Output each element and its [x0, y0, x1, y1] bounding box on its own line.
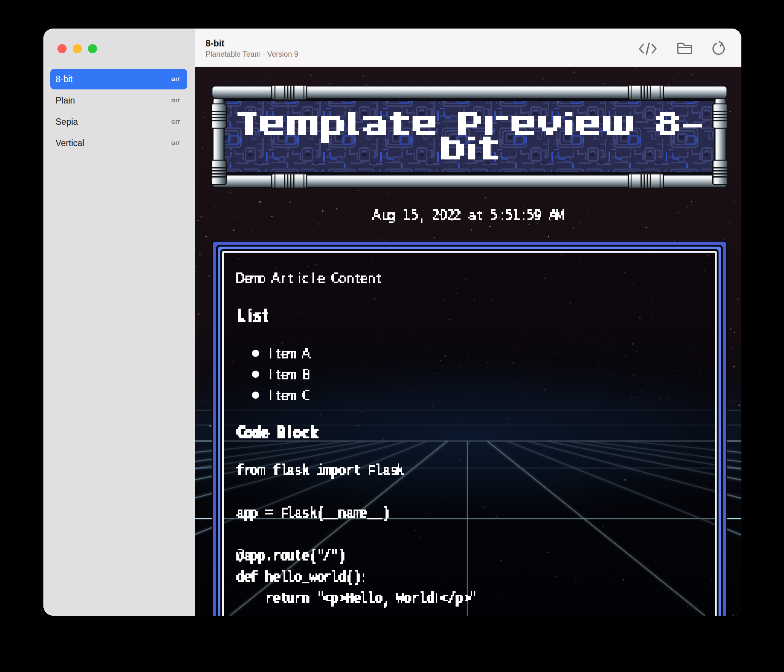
template-list: 8-bit GIT Plain GIT Sepia GIT Vertical G…: [50, 69, 187, 154]
article-line: [235, 570, 372, 585]
sidebar-item-label: Vertical: [56, 138, 84, 148]
list-item: [265, 348, 314, 358]
sidebar-item-vertical[interactable]: Vertical GIT: [50, 133, 187, 153]
article-content: [224, 253, 715, 616]
preview-header: 8-bit Planetable Team · Version 9: [195, 29, 741, 67]
close-button[interactable]: [57, 44, 67, 53]
sidebar-item-plain[interactable]: Plain GIT: [50, 90, 187, 111]
article-line: [235, 463, 408, 479]
sidebar-item-sepia[interactable]: Sepia GIT: [50, 111, 187, 132]
article-date: [212, 209, 727, 223]
list-bullet: [252, 350, 259, 357]
article-line: [265, 348, 314, 358]
banner-title: [223, 100, 716, 173]
git-badge: GIT: [171, 98, 180, 104]
list-bullet: [252, 392, 259, 399]
list-bullet: [252, 371, 259, 378]
banner-title-line: [441, 137, 498, 161]
code-icon[interactable]: [639, 42, 657, 55]
code-line: [235, 570, 372, 585]
article-line: [235, 425, 320, 438]
zoom-button[interactable]: [88, 44, 97, 53]
list-item: [265, 390, 314, 400]
list-heading: [235, 309, 273, 322]
code-line: [235, 506, 393, 521]
code-line: [235, 591, 481, 608]
sidebar-item-8-bit[interactable]: 8-bit GIT: [50, 69, 187, 89]
article-intro: [235, 272, 386, 283]
git-badge: GIT: [171, 140, 180, 146]
list-item: [265, 369, 314, 379]
sidebar-item-label: 8-bit: [56, 74, 73, 84]
banner-title-line: [237, 112, 702, 137]
template-preview: [195, 67, 741, 616]
date-text: [372, 209, 567, 223]
article-line: [265, 390, 314, 400]
article-line: [265, 369, 314, 379]
article-line: [235, 272, 386, 283]
folder-icon[interactable]: [677, 42, 692, 54]
reload-icon[interactable]: [711, 41, 726, 56]
code-line: [235, 549, 349, 564]
banner-title-line2: [441, 137, 498, 167]
page-title: 8-bit: [206, 38, 225, 49]
sidebar-item-label: Plain: [56, 96, 75, 106]
article-line: [235, 309, 273, 322]
banner: [212, 86, 727, 188]
code-line: [235, 463, 408, 479]
page-subtitle: Planetable Team · Version 9: [206, 50, 298, 59]
main-panel: 8-bit Planetable Team · Version 9: [195, 29, 741, 616]
article-box: [222, 251, 717, 616]
article-line: [235, 506, 393, 521]
app-window: 8-bit GIT Plain GIT Sepia GIT Vertical G…: [43, 29, 741, 616]
article-line: [235, 591, 481, 608]
git-badge: GIT: [171, 119, 180, 125]
minimize-button[interactable]: [73, 44, 82, 53]
article-line: [235, 549, 349, 564]
sidebar-item-label: Sepia: [56, 117, 78, 127]
sidebar: 8-bit GIT Plain GIT Sepia GIT Vertical G…: [43, 29, 195, 616]
code-heading: [235, 425, 320, 438]
traffic-lights: [57, 44, 97, 53]
git-badge: GIT: [171, 76, 180, 82]
